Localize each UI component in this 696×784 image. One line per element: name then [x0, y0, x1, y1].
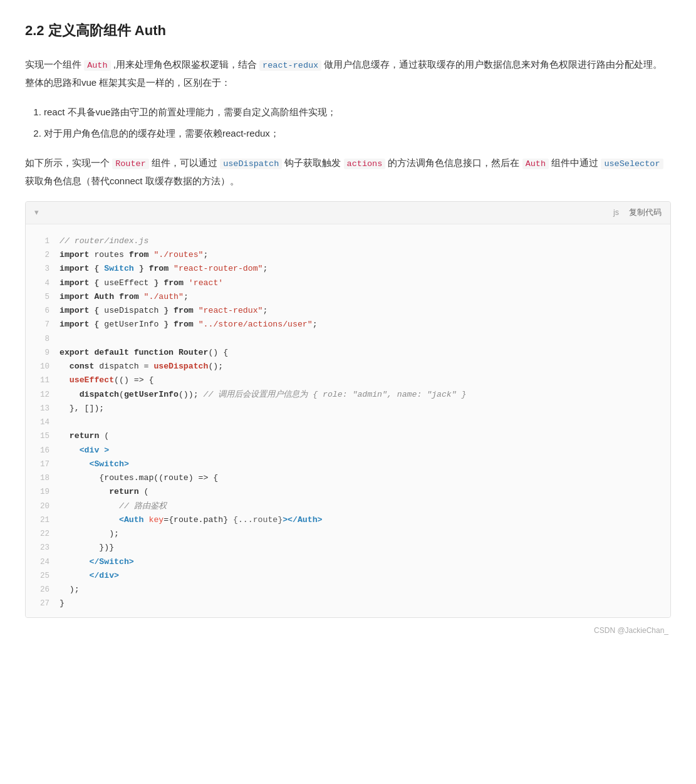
code-line-24: 24 </Switch> — [26, 555, 670, 569]
section-title: 2.2 定义高阶组件 Auth — [25, 19, 671, 42]
code-block-header: ▾ js 复制代码 — [26, 202, 670, 224]
line-content-7: import { getUserInfo } from "../store/ac… — [60, 318, 318, 332]
line-num-10: 10 — [31, 360, 49, 374]
feature-list: react 不具备vue路由守卫的前置处理能力，需要自定义高阶组件实现； 对于用… — [44, 103, 671, 143]
code-line-6: 6 import { useDispatch } from "react-red… — [26, 304, 670, 318]
inline-code-useSelector: useSelector — [601, 159, 663, 169]
line-content-20: // 路由鉴权 — [60, 499, 167, 513]
code-line-27: 27 } — [26, 597, 670, 610]
code-line-1: 1 // router/index.js — [26, 234, 670, 248]
line-content-5: import Auth from "./auth"; — [60, 290, 189, 304]
line-content-23: })} — [60, 541, 114, 555]
code-line-20: 20 // 路由鉴权 — [26, 499, 670, 513]
line-content-25: </div> — [60, 569, 119, 583]
line-num-16: 16 — [31, 444, 49, 457]
line-num-27: 27 — [31, 597, 49, 610]
line-content-11: useEffect(() => { — [60, 374, 153, 387]
line-content-24: </Switch> — [60, 555, 134, 569]
line-num-3: 3 — [31, 262, 49, 276]
intro-paragraph: 实现一个组件 Auth ,用来处理角色权限鉴权逻辑，结合 react-redux… — [25, 56, 671, 91]
line-content-9: export default function Router() { — [60, 346, 228, 360]
desc-paragraph: 如下所示，实现一个 Router 组件，可以通过 useDispatch 钩子获… — [25, 154, 671, 190]
line-num-21: 21 — [31, 513, 49, 527]
code-line-14: 14 — [26, 416, 670, 429]
code-block-wrapper: ▾ js 复制代码 1 // router/index.js 2 import … — [25, 201, 671, 618]
code-line-15: 15 return ( — [26, 429, 670, 443]
line-content-22: ); — [60, 527, 119, 541]
inline-code-auth2: Auth — [522, 159, 549, 169]
code-line-4: 4 import { useEffect } from 'react' — [26, 276, 670, 290]
inline-code-react-redux: react-redux — [259, 60, 321, 71]
line-content-3: import { Switch } from "react-router-dom… — [60, 262, 267, 276]
inline-code-actions: actions — [344, 159, 386, 169]
code-line-25: 25 </div> — [26, 569, 670, 583]
line-content-4: import { useEffect } from 'react' — [60, 276, 223, 290]
line-num-24: 24 — [31, 555, 49, 569]
line-num-1: 1 — [31, 234, 49, 248]
list-item-1: react 不具备vue路由守卫的前置处理能力，需要自定义高阶组件实现； — [44, 103, 671, 122]
line-num-6: 6 — [31, 304, 49, 318]
line-num-12: 12 — [31, 388, 49, 402]
code-line-9: 9 export default function Router() { — [26, 346, 670, 360]
line-num-22: 22 — [31, 527, 49, 541]
line-content-19: return ( — [60, 485, 148, 499]
line-content-14 — [60, 416, 65, 429]
line-content-12: dispatch(getUserInfo()); // 调用后会设置用户信息为 … — [60, 388, 467, 402]
line-num-8: 8 — [31, 332, 49, 346]
code-block-header-right: js 复制代码 — [613, 206, 662, 219]
line-content-18: {routes.map((route) => { — [60, 471, 218, 485]
line-num-5: 5 — [31, 290, 49, 304]
copy-code-button[interactable]: 复制代码 — [629, 206, 662, 219]
code-line-11: 11 useEffect(() => { — [26, 374, 670, 387]
line-num-4: 4 — [31, 276, 49, 290]
code-line-18: 18 {routes.map((route) => { — [26, 471, 670, 485]
line-num-25: 25 — [31, 569, 49, 583]
line-num-17: 17 — [31, 457, 49, 471]
line-num-11: 11 — [31, 374, 49, 387]
line-num-14: 14 — [31, 416, 49, 429]
line-content-15: return ( — [60, 429, 109, 443]
line-content-13: }, []); — [60, 402, 104, 416]
line-content-27: } — [60, 597, 65, 610]
inline-code-useDispatch: useDispatch — [220, 159, 282, 169]
code-line-26: 26 ); — [26, 583, 670, 597]
code-line-13: 13 }, []); — [26, 402, 670, 416]
line-content-10: const dispatch = useDispatch(); — [60, 360, 223, 374]
inline-code-auth: Auth — [84, 60, 110, 71]
code-line-10: 10 const dispatch = useDispatch(); — [26, 360, 670, 374]
line-num-9: 9 — [31, 346, 49, 360]
line-num-26: 26 — [31, 583, 49, 597]
line-num-18: 18 — [31, 471, 49, 485]
line-num-15: 15 — [31, 429, 49, 443]
line-content-1: // router/index.js — [60, 234, 148, 248]
code-area: 1 // router/index.js 2 import routes fro… — [26, 224, 670, 617]
line-num-20: 20 — [31, 499, 49, 513]
code-line-12: 12 dispatch(getUserInfo()); // 调用后会设置用户信… — [26, 388, 670, 402]
code-block-toggle[interactable]: ▾ — [34, 206, 39, 219]
code-line-23: 23 })} — [26, 541, 670, 555]
code-line-5: 5 import Auth from "./auth"; — [26, 290, 670, 304]
footer-note: CSDN @JackieChan_ — [25, 624, 671, 637]
line-num-23: 23 — [31, 541, 49, 555]
code-line-19: 19 return ( — [26, 485, 670, 499]
line-content-21: <Auth key={route.path} {...route}></Auth… — [60, 513, 322, 527]
code-line-16: 16 <div > — [26, 444, 670, 457]
page-container: 2.2 定义高阶组件 Auth 实现一个组件 Auth ,用来处理角色权限鉴权逻… — [0, 0, 696, 662]
code-line-7: 7 import { getUserInfo } from "../store/… — [26, 318, 670, 332]
list-item-2: 对于用户角色信息的的缓存处理，需要依赖react-redux； — [44, 124, 671, 143]
line-num-19: 19 — [31, 485, 49, 499]
line-num-7: 7 — [31, 318, 49, 332]
line-content-16: <div > — [60, 444, 109, 457]
code-line-22: 22 ); — [26, 527, 670, 541]
line-num-13: 13 — [31, 402, 49, 416]
code-lang-label: js — [613, 206, 619, 219]
line-num-2: 2 — [31, 248, 49, 262]
line-content-2: import routes from "./routes"; — [60, 248, 208, 262]
code-line-8: 8 — [26, 332, 670, 346]
line-content-26: ); — [60, 583, 80, 597]
code-line-17: 17 <Switch> — [26, 457, 670, 471]
code-line-3: 3 import { Switch } from "react-router-d… — [26, 262, 670, 276]
line-content-6: import { useDispatch } from "react-redux… — [60, 304, 267, 318]
code-line-21: 21 <Auth key={route.path} {...route}></A… — [26, 513, 670, 527]
line-content-17: <Switch> — [60, 457, 129, 471]
